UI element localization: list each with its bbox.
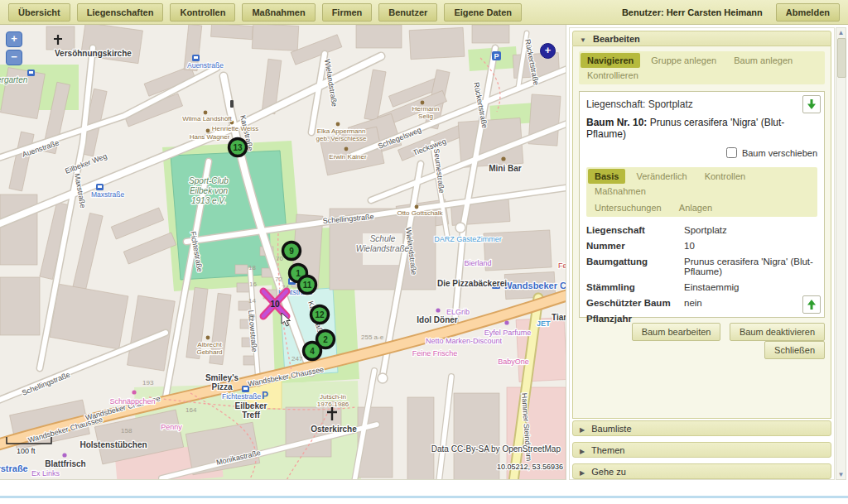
svg-text:16: 16	[249, 281, 257, 288]
svg-text:164: 164	[186, 406, 197, 414]
svg-text:Tiam: Tiam	[552, 313, 566, 322]
scroll-down-arrow-icon[interactable]: ▼	[836, 471, 846, 478]
svg-text:Feine Frische: Feine Frische	[412, 349, 458, 358]
svg-text:72: 72	[275, 276, 282, 283]
parking-icon: P	[262, 390, 268, 401]
svg-text:18: 18	[248, 264, 256, 271]
svg-text:4: 4	[310, 347, 315, 356]
tab-navigieren[interactable]: Navigieren	[581, 53, 640, 68]
baum-verschieben-checkbox[interactable]	[726, 147, 737, 158]
scrollbar-thumb[interactable]	[837, 38, 846, 78]
baum-number-label: Baum Nr. 10:	[586, 117, 647, 128]
accordion-gehe-zu[interactable]: ▶ Gehe zu	[572, 463, 831, 479]
nav-benutzer[interactable]: Benutzer	[378, 3, 437, 22]
nav-liegenschaften[interactable]: Liegenschaften	[77, 3, 164, 22]
top-navigation: Übersicht Liegenschaften Kontrollen Maßn…	[0, 0, 848, 25]
svg-text:14: 14	[248, 297, 256, 305]
traffic-signal-icon	[230, 100, 234, 108]
zoom-out-button[interactable]: −	[6, 50, 22, 65]
accordion-themen[interactable]: ▶ Themen	[572, 442, 831, 458]
move-down-button[interactable]	[802, 95, 821, 113]
bus-stop-icon	[27, 70, 35, 76]
svg-text:193: 193	[142, 379, 154, 386]
svg-text:Elka Appermann: Elka Appermann	[317, 127, 366, 135]
svg-text:Hermann: Hermann	[412, 105, 440, 113]
tree-fields: LiegenschaftSportplatz Nummer10 Baumgatt…	[586, 225, 817, 324]
tab-baum-anlegen[interactable]: Baum anlegen	[727, 53, 799, 68]
nav-eigene-daten[interactable]: Eigene Daten	[444, 3, 522, 22]
bus-stop-icon	[96, 184, 104, 190]
accordion-title: Baumliste	[591, 424, 631, 434]
svg-text:158: 158	[121, 427, 132, 434]
svg-text:Kindergarten: Kindergarten	[0, 75, 28, 84]
svg-text:Ex Links: Ex Links	[31, 469, 60, 478]
svg-text:JET: JET	[537, 319, 551, 328]
svg-text:Gebhard: Gebhard	[196, 348, 222, 356]
svg-text:Treff: Treff	[242, 410, 260, 420]
tree-marker[interactable]: 9	[283, 242, 301, 260]
svg-text:Netto Marken-Discount: Netto Marken-Discount	[426, 337, 503, 345]
svg-text:10: 10	[270, 300, 280, 309]
tab-gruppe-anlegen[interactable]: Gruppe anlegen	[644, 53, 723, 68]
svg-text:Albrecht: Albrecht	[197, 341, 222, 348]
tree-marker[interactable]: 4	[304, 343, 321, 360]
tab-kontrollieren[interactable]: Kontrollieren	[581, 68, 645, 83]
tab-massnahmen[interactable]: Maßnahmen	[588, 184, 653, 199]
accordion-title: Bearbeiten	[593, 34, 640, 44]
svg-text:Penny: Penny	[161, 423, 182, 431]
nav-firmen[interactable]: Firmen	[322, 3, 373, 22]
tab-untersuchungen[interactable]: Untersuchungen	[588, 200, 668, 215]
tab-basis[interactable]: Basis	[588, 169, 625, 184]
baum-bearbeiten-button[interactable]: Baum bearbeiten	[632, 323, 721, 341]
parking-icon: P	[492, 51, 501, 60]
svg-text:Otto Gottschalk: Otto Gottschalk	[397, 209, 443, 217]
zoom-in-button[interactable]: +	[6, 31, 22, 47]
nav-massnahmen[interactable]: Maßnahmen	[242, 3, 315, 22]
svg-text:BabyOne: BabyOne	[498, 358, 529, 366]
accordion-bearbeiten[interactable]: ▼ Bearbeiten	[572, 31, 831, 46]
svg-text:Schule: Schule	[370, 234, 396, 243]
accordion-baumliste[interactable]: ▶ Baumliste	[572, 420, 831, 436]
tab-kontrollen[interactable]: Kontrollen	[698, 169, 753, 184]
layer-switcher-button[interactable]: +	[540, 43, 556, 59]
svg-text:Selig: Selig	[418, 113, 433, 120]
accordion-title: Gehe zu	[591, 467, 626, 477]
move-up-button[interactable]	[802, 295, 821, 314]
baum-verschieben-label: Baum verschieben	[742, 148, 817, 158]
tree-marker[interactable]: 13	[229, 139, 247, 156]
svg-text:1913 e.V.: 1913 e.V.	[191, 196, 226, 205]
tab-veraenderlich[interactable]: Veränderlich	[629, 169, 693, 184]
station-label: Wandsbeker Chaussee	[504, 281, 566, 290]
panel-scrollbar[interactable]: ▲ ▼	[836, 27, 846, 480]
scale-label: 100 ft	[17, 447, 36, 455]
field-row: StämmlingEinstaemmig	[586, 282, 817, 292]
baum-deaktivieren-button[interactable]: Baum deaktivieren	[730, 323, 825, 341]
svg-text:70: 70	[276, 255, 283, 262]
transit-label: Auenstraße	[187, 61, 224, 70]
svg-text:Feu: Feu	[558, 262, 566, 270]
svg-text:Eilbeker: Eilbeker	[235, 401, 267, 410]
svg-text:Blattfrisch: Blattfrisch	[45, 459, 85, 468]
nav-uebersicht[interactable]: Übersicht	[8, 3, 70, 22]
collapse-icon: ▼	[580, 36, 586, 44]
mode-tabs: Navigieren Gruppe anlegen Baum anlegen K…	[579, 51, 825, 84]
svg-text:255 a-e: 255 a-e	[361, 334, 384, 341]
schliessen-button[interactable]: Schließen	[764, 341, 825, 359]
mouse-coordinates: 10.05212, 53.56936	[497, 463, 563, 471]
svg-text:Bierland: Bierland	[464, 259, 491, 267]
tree-marker[interactable]: 12	[311, 306, 329, 324]
tab-anlagen[interactable]: Anlagen	[672, 200, 719, 215]
field-row: Nummer10	[586, 241, 817, 251]
logout-button[interactable]: Abmelden	[776, 3, 840, 22]
svg-text:Wielandstraße: Wielandstraße	[356, 244, 410, 253]
bus-stop-icon	[192, 55, 200, 61]
map-canvas[interactable]: P P Wandsbeker Chaussee Wandsbeker Chaus…	[0, 25, 566, 480]
action-buttons: Baum bearbeiten Baum deaktivieren Schlie…	[579, 323, 825, 359]
map-viewport[interactable]: + − +	[0, 25, 566, 480]
tree-marker[interactable]: 11	[299, 276, 316, 294]
green-up-arrow-icon	[807, 299, 817, 310]
scroll-up-arrow-icon[interactable]: ▲	[836, 29, 846, 36]
nav-kontrollen[interactable]: Kontrollen	[170, 3, 235, 22]
svg-text:1976-1986: 1976-1986	[317, 401, 349, 408]
svg-text:Holstenstübchen: Holstenstübchen	[80, 440, 147, 449]
